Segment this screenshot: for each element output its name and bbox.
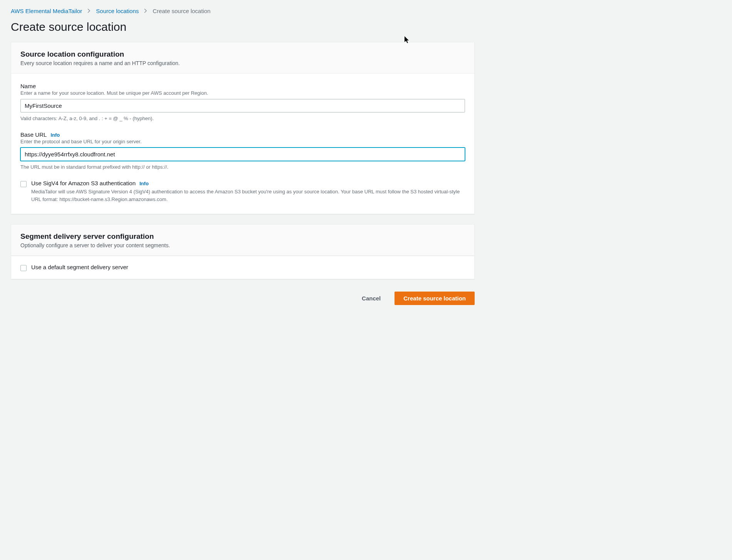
panel-description: Every source location requires a name an… [20, 60, 465, 66]
baseurl-info-link[interactable]: Info [50, 132, 60, 138]
breadcrumb-root-link[interactable]: AWS Elemental MediaTailor [11, 8, 82, 14]
segment-delivery-panel: Segment delivery server configuration Op… [11, 224, 475, 279]
sigv4-label: Use SigV4 for Amazon S3 authentication [31, 180, 136, 186]
panel-header: Source location configuration Every sour… [11, 42, 474, 74]
sigv4-info-link[interactable]: Info [139, 181, 149, 186]
sigv4-checkbox[interactable] [20, 181, 27, 187]
baseurl-input[interactable] [20, 148, 465, 161]
baseurl-label: Base URL [20, 131, 47, 138]
baseurl-help: Enter the protocol and base URL for your… [20, 139, 465, 144]
breadcrumb-current: Create source location [153, 8, 210, 14]
footer-actions: Cancel Create source location [11, 289, 475, 305]
chevron-right-icon [144, 8, 147, 14]
name-input[interactable] [20, 99, 465, 112]
name-field: Name Enter a name for your source locati… [20, 83, 465, 121]
name-help: Enter a name for your source location. M… [20, 90, 465, 96]
breadcrumb-parent-link[interactable]: Source locations [96, 8, 139, 14]
source-location-config-panel: Source location configuration Every sour… [11, 42, 475, 214]
cancel-button[interactable]: Cancel [353, 292, 389, 305]
sigv4-description: MediaTailor will use AWS Signature Versi… [31, 188, 465, 203]
panel-title: Segment delivery server configuration [20, 232, 465, 241]
baseurl-field: Base URL Info Enter the protocol and bas… [20, 131, 465, 170]
chevron-right-icon [87, 8, 91, 14]
default-server-checkbox[interactable] [20, 265, 27, 271]
name-hint: Valid characters: A-Z, a-z, 0-9, and . :… [20, 116, 465, 121]
page-title: Create source location [11, 20, 475, 34]
breadcrumb: AWS Elemental MediaTailor Source locatio… [11, 8, 475, 14]
default-server-field: Use a default segment delivery server [20, 264, 465, 271]
create-source-location-button[interactable]: Create source location [395, 292, 475, 305]
panel-description: Optionally configure a server to deliver… [20, 242, 465, 248]
default-server-label: Use a default segment delivery server [31, 264, 128, 270]
baseurl-hint: The URL must be in standard format prefi… [20, 164, 465, 170]
panel-title: Source location configuration [20, 50, 465, 59]
sigv4-field: Use SigV4 for Amazon S3 authentication I… [20, 180, 465, 203]
panel-header: Segment delivery server configuration Op… [11, 225, 474, 256]
name-label: Name [20, 83, 465, 89]
